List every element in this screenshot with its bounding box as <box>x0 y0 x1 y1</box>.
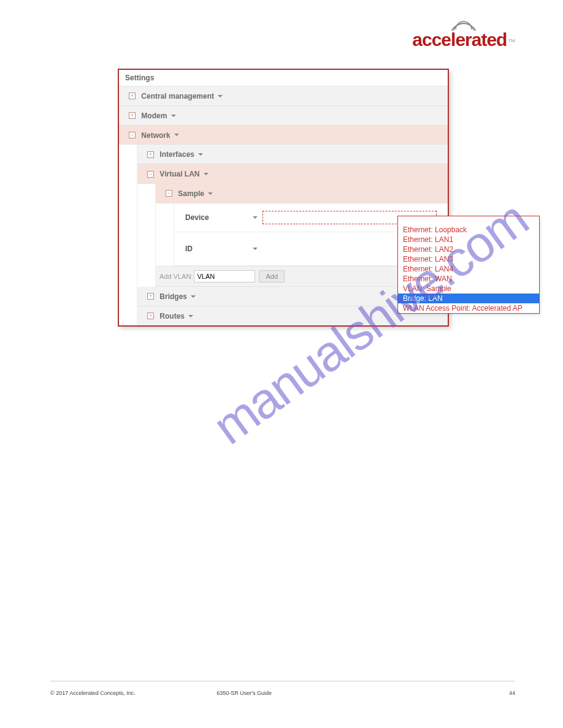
footer-model: 6350-SR User's Guide <box>216 690 272 696</box>
caret-down-icon <box>188 315 193 317</box>
expand-icon[interactable]: + <box>147 293 154 300</box>
dropdown-option[interactable]: Ethernet: WAN <box>398 274 539 284</box>
field-label: Device <box>179 213 253 222</box>
dropdown-option[interactable]: Ethernet: LAN4 <box>398 264 539 274</box>
dropdown-option[interactable]: Ethernet: LAN2 <box>398 245 539 254</box>
logo-tm: TM <box>508 38 515 44</box>
caret-down-icon <box>174 134 179 136</box>
caret-down-icon <box>218 95 223 97</box>
logo-text: accelerated <box>412 29 507 50</box>
dropdown-option-selected[interactable]: Bridge: LAN <box>398 294 539 303</box>
row-label: Sample <box>178 189 204 198</box>
footer-divider <box>50 681 515 681</box>
caret-down-icon <box>204 173 209 175</box>
caret-down-icon <box>171 115 176 117</box>
row-label: Virtual LAN <box>159 170 199 178</box>
row-network[interactable]: − Network <box>119 126 448 145</box>
dropdown-option[interactable]: WLAN Access Point: Accelerated AP <box>398 303 539 313</box>
row-label: Bridges <box>159 292 187 301</box>
device-dropdown[interactable]: Ethernet: Loopback Ethernet: LAN1 Ethern… <box>397 216 540 314</box>
caret-down-icon <box>253 216 258 219</box>
settings-panel: Settings + Central management + Modem − … <box>118 69 449 327</box>
add-button[interactable]: Add <box>259 270 285 282</box>
caret-down-icon <box>191 295 196 298</box>
footer-copyright: © 2017 Accelerated Concepts, Inc. 6350-S… <box>50 690 272 696</box>
row-virtual-lan[interactable]: − Virtual LAN <box>137 164 448 184</box>
row-label: Central management <box>141 92 214 100</box>
caret-down-icon <box>198 153 203 156</box>
dropdown-option[interactable]: VLAN: Sample <box>398 284 539 294</box>
collapse-icon[interactable]: − <box>166 190 172 197</box>
row-modem[interactable]: + Modem <box>119 106 448 126</box>
row-label: Interfaces <box>159 150 194 159</box>
row-central-management[interactable]: + Central management <box>119 86 448 106</box>
row-sample[interactable]: − Sample <box>156 184 448 203</box>
expand-icon[interactable]: + <box>147 151 154 158</box>
collapse-icon[interactable]: − <box>129 132 136 138</box>
caret-down-icon <box>253 248 258 250</box>
collapse-icon[interactable]: − <box>147 171 154 178</box>
row-label: Modem <box>141 112 167 120</box>
row-label: Network <box>141 131 170 139</box>
add-vlan-input[interactable] <box>194 270 255 282</box>
dropdown-option[interactable]: Ethernet: LAN3 <box>398 254 539 264</box>
dropdown-option[interactable]: Ethernet: LAN1 <box>398 235 539 245</box>
row-label: Routes <box>159 312 185 320</box>
field-label: ID <box>179 245 253 253</box>
wifi-arcs-icon <box>412 18 515 31</box>
brand-logo: acceleratedTM <box>412 18 515 49</box>
footer-page-number: 44 <box>509 690 515 696</box>
expand-icon[interactable]: + <box>129 93 136 99</box>
row-interfaces[interactable]: + Interfaces <box>137 145 448 164</box>
caret-down-icon <box>208 192 213 195</box>
panel-title: Settings <box>119 70 448 86</box>
dropdown-option[interactable]: Ethernet: Loopback <box>398 225 539 235</box>
expand-icon[interactable]: + <box>147 313 154 319</box>
add-vlan-label: Add VLAN: <box>159 273 193 280</box>
expand-icon[interactable]: + <box>129 112 136 119</box>
